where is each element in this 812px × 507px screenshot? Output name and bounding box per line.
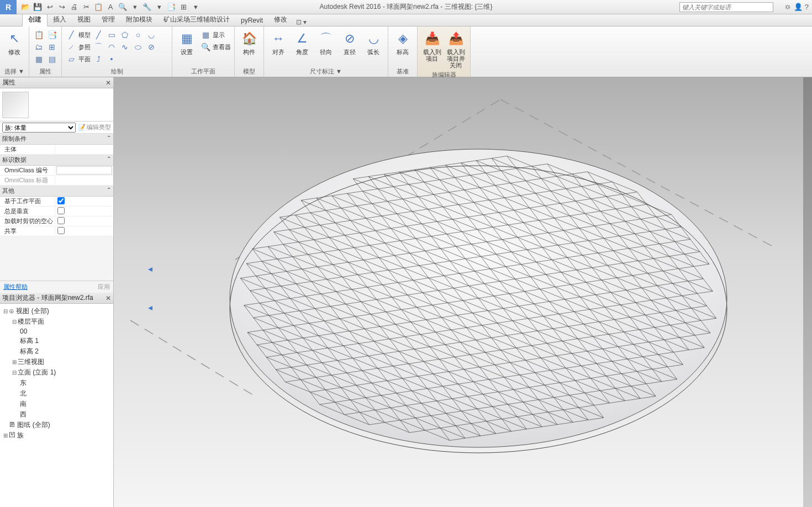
show-plane-label: 显示: [213, 31, 225, 39]
draw-line[interactable]: ╱: [92, 29, 104, 41]
prop-btn2[interactable]: 📑: [46, 29, 58, 41]
qat-btn-5[interactable]: ✂: [81, 2, 92, 13]
user-icon[interactable]: 👤: [794, 3, 803, 11]
ribbon-tab-3[interactable]: 管理: [96, 13, 120, 26]
diameter-icon: ⊘: [341, 30, 358, 47]
qat-btn-1[interactable]: 💾: [32, 2, 43, 13]
tree-3d-views[interactable]: ⊞三维视图: [2, 357, 111, 367]
dim-radial-button[interactable]: ⌒径向: [315, 29, 337, 56]
draw-circle[interactable]: ○: [132, 29, 144, 41]
tree-fp-l2[interactable]: 标高 2: [2, 346, 111, 357]
prop-btn5[interactable]: ▦: [33, 53, 45, 65]
load-project-button[interactable]: 📥载入到 项目: [421, 29, 443, 63]
tree-sheets[interactable]: 🖹 图纸 (全部): [2, 420, 111, 430]
section-other[interactable]: 其他⌃: [0, 186, 113, 197]
set-plane-button[interactable]: ▦设置: [176, 29, 198, 56]
ref-line-icon[interactable]: ⟋: [65, 41, 77, 53]
component-button[interactable]: 🏠构件: [238, 29, 260, 56]
qat-btn-4[interactable]: 🖨: [68, 2, 80, 13]
tree-floor-plans[interactable]: ⊟楼层平面: [2, 316, 111, 327]
qat-btn-2[interactable]: ↩: [44, 2, 55, 13]
qat-btn-8[interactable]: 🔍: [117, 2, 128, 13]
draw-spline[interactable]: ∿: [119, 41, 131, 53]
prop-btn4[interactable]: ⊞: [46, 41, 58, 53]
tree-elev-south[interactable]: 南: [2, 399, 111, 409]
app-icon[interactable]: R: [0, 0, 17, 14]
family-type-dropdown[interactable]: 族: 体量: [2, 123, 76, 133]
project-browser-panel: 项目浏览器 - 球面网架new2.rfa ✕ ⊟⊙ 视图 (全部) ⊟楼层平面 …: [0, 293, 113, 507]
qat-btn-10[interactable]: 🔧: [141, 2, 152, 13]
section-identity[interactable]: 标识数据⌃: [0, 155, 113, 166]
tree-elevations[interactable]: ⊟立面 (立面 1): [2, 367, 111, 378]
qat-btn-3[interactable]: ↪: [56, 2, 67, 13]
draw-arc2[interactable]: ⌒: [92, 41, 104, 53]
prop-btn1[interactable]: 📋: [33, 29, 45, 41]
viewport-scrollbar[interactable]: [803, 77, 812, 507]
dim-diameter-button[interactable]: ⊘直径: [339, 29, 361, 56]
tree-families[interactable]: ⊞凹 族: [2, 430, 111, 441]
apply-button[interactable]: 应用: [98, 283, 110, 291]
infocenter-icon[interactable]: ⛭: [784, 3, 792, 11]
voids-checkbox[interactable]: [57, 217, 65, 224]
draw-partial[interactable]: ⊘: [145, 41, 157, 53]
ribbon-tab-4[interactable]: 附加模块: [120, 13, 158, 26]
qat-btn-7[interactable]: A: [105, 2, 116, 13]
ref-plane-label: 平面: [78, 55, 91, 64]
vertical-checkbox[interactable]: [57, 207, 65, 214]
ref-plane-icon[interactable]: ▱: [65, 53, 77, 65]
ribbon-tab-extra[interactable]: ⊡ ▾: [296, 18, 307, 26]
prop-btn6[interactable]: ▤: [46, 53, 58, 65]
ribbon-tab-1[interactable]: 插入: [48, 13, 72, 26]
dim-align-button[interactable]: ↔对齐: [267, 29, 289, 56]
tree-elev-east[interactable]: 东: [2, 378, 111, 388]
dim-arc-button[interactable]: ◡弧长: [362, 29, 384, 56]
ribbon-tab-2[interactable]: 视图: [72, 13, 96, 26]
qat-btn-6[interactable]: 📋: [93, 2, 104, 13]
level-button[interactable]: ◈标高: [392, 29, 414, 56]
qat-btn-14[interactable]: ▾: [190, 2, 201, 13]
edit-type-button[interactable]: 📝 编辑类型: [78, 123, 111, 131]
search-input[interactable]: [679, 2, 773, 12]
load-close-button[interactable]: 📤载入到 项目并关闭: [445, 29, 467, 70]
qat-btn-12[interactable]: 📑: [166, 2, 177, 13]
qat-btn-9[interactable]: ▾: [129, 2, 140, 13]
tree-views[interactable]: ⊟⊙ 视图 (全部): [2, 306, 111, 316]
dim-angle-button[interactable]: ∠角度: [291, 29, 313, 56]
draw-rect[interactable]: ▭: [106, 29, 118, 41]
draw-ellipse[interactable]: ⬭: [132, 41, 144, 53]
viewport-3d[interactable]: [114, 77, 812, 507]
omni-num-input[interactable]: [56, 166, 112, 175]
close-icon[interactable]: ✕: [106, 294, 111, 302]
show-plane-icon[interactable]: ▦: [199, 29, 212, 41]
draw-pick[interactable]: ⤴: [92, 53, 104, 65]
prop-btn3[interactable]: 🗂: [33, 41, 45, 53]
radial-icon: ⌒: [317, 30, 335, 47]
tree-fp-l1[interactable]: 标高 1: [2, 336, 111, 346]
ribbon-tab-5[interactable]: 矿山采场三维辅助设计: [158, 13, 235, 26]
draw-arc1[interactable]: ◡: [145, 29, 157, 41]
panel-title-model: 模型: [238, 66, 260, 76]
ribbon-tab-0[interactable]: 创建: [22, 13, 48, 27]
draw-arc3[interactable]: ◠: [106, 41, 118, 53]
close-icon[interactable]: ✕: [106, 79, 111, 87]
viewer-icon[interactable]: 🔍: [199, 41, 212, 53]
ribbon-panel-draw: ╱模型 ⟋参照 ▱平面 ╱▭⬠○◡ ⌒◠∿⬭⊘ ⤴• 绘制: [62, 27, 172, 77]
qat-btn-0[interactable]: 📂: [20, 2, 31, 13]
modify-button[interactable]: ↖ 修改: [3, 29, 25, 56]
workplane-checkbox[interactable]: [57, 197, 65, 204]
prop-host: 主体: [0, 145, 113, 155]
ribbon-tab-7[interactable]: 修改: [268, 13, 293, 26]
ribbon-tab-6[interactable]: pyRevit: [235, 15, 268, 26]
draw-poly[interactable]: ⬠: [119, 29, 131, 41]
qat-btn-13[interactable]: ⊞: [178, 2, 189, 13]
tree-fp-00[interactable]: 00: [2, 327, 111, 336]
property-help-link[interactable]: 属性帮助: [3, 283, 28, 291]
tree-elev-west[interactable]: 西: [2, 409, 111, 420]
section-constraints[interactable]: 限制条件⌃: [0, 134, 113, 145]
tree-elev-north[interactable]: 北: [2, 388, 111, 399]
draw-point[interactable]: •: [106, 53, 118, 65]
help-icon[interactable]: ?: [805, 3, 809, 11]
line-icon[interactable]: ╱: [65, 29, 77, 41]
shared-checkbox[interactable]: [57, 227, 65, 234]
qat-btn-11[interactable]: ▾: [154, 2, 165, 13]
